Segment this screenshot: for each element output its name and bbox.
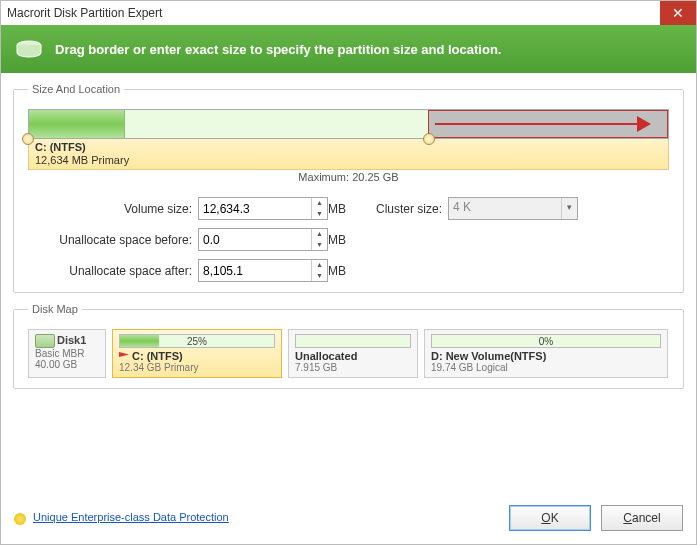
after-label: Unallocate space after: bbox=[38, 264, 198, 278]
usage-bar: 25% bbox=[119, 334, 275, 348]
maximum-label: Maximum: 20.25 GB bbox=[28, 171, 669, 183]
flag-icon bbox=[119, 352, 129, 362]
resize-handle-left[interactable] bbox=[22, 133, 34, 145]
titlebar: Macrorit Disk Partition Expert ✕ bbox=[1, 1, 696, 25]
usage-bar bbox=[295, 334, 411, 348]
disk-map-group: Disk Map Disk1Basic MBR40.00 GB25%C: (NT… bbox=[13, 303, 684, 389]
unit-mb: MB bbox=[328, 233, 358, 247]
disk-icon bbox=[35, 334, 55, 348]
spin-down-icon[interactable]: ▼ bbox=[312, 209, 327, 220]
spin-up-icon[interactable]: ▲ bbox=[312, 229, 327, 240]
before-label: Unallocate space before: bbox=[38, 233, 198, 247]
resize-handle-right[interactable] bbox=[423, 133, 435, 145]
partition-desc: 12,634 MB Primary bbox=[35, 154, 662, 167]
cluster-size-label: Cluster size: bbox=[358, 202, 448, 216]
partition-info: C: (NTFS) 12,634 MB Primary bbox=[28, 139, 669, 170]
close-button[interactable]: ✕ bbox=[660, 1, 696, 25]
partition-name: C: (NTFS) bbox=[35, 141, 662, 154]
free-region bbox=[125, 110, 429, 138]
cancel-button[interactable]: Cancel bbox=[601, 505, 683, 531]
tip: Unique Enterprise-class Data Protection bbox=[14, 511, 229, 524]
banner: Drag border or enter exact size to speci… bbox=[1, 25, 696, 73]
footer: Unique Enterprise-class Data Protection … bbox=[0, 495, 697, 545]
before-field[interactable] bbox=[199, 229, 311, 250]
close-icon: ✕ bbox=[672, 5, 684, 21]
spin-down-icon[interactable]: ▼ bbox=[312, 240, 327, 251]
partition-box[interactable]: Unallocated7.915 GB bbox=[288, 329, 418, 378]
chevron-down-icon: ▾ bbox=[561, 198, 577, 219]
cluster-size-select[interactable]: 4 K ▾ bbox=[448, 197, 578, 220]
ok-button[interactable]: OK bbox=[509, 505, 591, 531]
tip-link[interactable]: Unique Enterprise-class Data Protection bbox=[33, 511, 229, 523]
banner-text: Drag border or enter exact size to speci… bbox=[55, 42, 501, 57]
spin-up-icon[interactable]: ▲ bbox=[312, 198, 327, 209]
spin-up-icon[interactable]: ▲ bbox=[312, 260, 327, 271]
size-location-legend: Size And Location bbox=[28, 83, 124, 95]
after-field[interactable] bbox=[199, 260, 311, 281]
cluster-size-value: 4 K bbox=[449, 198, 561, 219]
resize-arrow-icon bbox=[435, 123, 649, 125]
disk-icon bbox=[15, 39, 43, 59]
after-input[interactable]: ▲▼ bbox=[198, 259, 328, 282]
disk-box[interactable]: Disk1Basic MBR40.00 GB bbox=[28, 329, 106, 378]
disk-map-legend: Disk Map bbox=[28, 303, 82, 315]
window-title: Macrorit Disk Partition Expert bbox=[7, 6, 162, 20]
volume-size-input[interactable]: ▲▼ bbox=[198, 197, 328, 220]
usage-bar: 0% bbox=[431, 334, 661, 348]
partition-size-bar[interactable] bbox=[28, 109, 669, 139]
bulb-icon bbox=[14, 513, 26, 525]
partition-box[interactable]: 0%D: New Volume(NTFS)19.74 GB Logical bbox=[424, 329, 668, 378]
volume-size-field[interactable] bbox=[199, 198, 311, 219]
spin-down-icon[interactable]: ▼ bbox=[312, 271, 327, 282]
used-region bbox=[29, 110, 125, 138]
unit-mb: MB bbox=[328, 264, 358, 278]
unallocated-region bbox=[428, 110, 668, 138]
partition-box[interactable]: 25%C: (NTFS)12.34 GB Primary bbox=[112, 329, 282, 378]
size-location-group: Size And Location C: (NTFS) 12,634 MB Pr… bbox=[13, 83, 684, 293]
volume-size-label: Volume size: bbox=[38, 202, 198, 216]
before-input[interactable]: ▲▼ bbox=[198, 228, 328, 251]
unit-mb: MB bbox=[328, 202, 358, 216]
